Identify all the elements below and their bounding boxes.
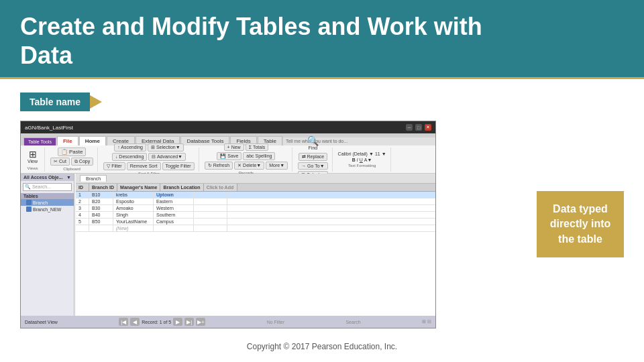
delete-btn[interactable]: ✕ Delete▼ [234,162,264,170]
col-header-manager: Manager's Name [117,184,160,191]
right-annotation: Data typed directly into the table [537,93,624,328]
ascending-btn[interactable]: ↑ Ascending [114,143,146,152]
replace-btn[interactable]: ⇄ Replace [299,153,328,161]
ribbon-content: ⊞ View Views 📋 Paste ✂ Cut ⧉ Copy [21,145,435,173]
record-nav: |◀ ◀ Record: 1 of 5 ▶ ▶| ▶+ [119,318,205,326]
nav-new-btn[interactable]: ▶+ [196,318,205,326]
table-row: 4 B40 Singh Southern [76,212,435,219]
view-btn[interactable]: ⊞ View [25,148,40,165]
find-btn[interactable]: 🔍 Find [305,135,321,152]
more-btn[interactable]: More▼ [266,162,288,170]
table-row: 5 B50 YourLastName Campus [76,219,435,225]
table-row: 1 B10 krebs Uptown [76,192,435,198]
ribbon-group-text: Calibri (Detail) ▼ 11 ▼ B I U A▼ Text Fo… [338,147,391,172]
access-screenshot: aGN/Bank_LastFirst ─ □ ✕ Table Tools Fil… [20,121,436,328]
tab-file[interactable]: File [57,136,78,145]
ribbon-group-find: 🔍 Find ⇄ Replace → Go To▼ ⊡ Select▼ Find [298,147,332,172]
table-tools-tab: Table Tools [23,137,56,145]
footer: Copyright © 2017 Pearson Education, Inc. [0,337,644,357]
table-icon [26,200,32,205]
copy-btn[interactable]: ⧉ Copy [71,158,93,166]
page-title: Create and Modify Tables and Work with D… [20,12,624,70]
table-name-label: Table name [20,93,90,111]
descending-btn[interactable]: ↓ Descending [112,153,147,161]
title-bar: aGN/Bank_LastFirst ─ □ ✕ [21,121,435,133]
ribbon: Table Tools File Home Create External Da… [21,133,435,174]
filter-btn[interactable]: ▽ Filter [103,162,125,170]
table-area: Branch ID Branch ID Manager's Name Branc… [76,174,435,316]
save-btn[interactable]: 💾 Save [217,152,241,160]
col-header-id: ID [76,184,89,191]
toggle-filter-btn[interactable]: Toggle Filter [162,162,195,170]
table-row: 2 B20 Esposito Eastern [76,198,435,205]
totals-btn[interactable]: Σ Totals [246,143,269,151]
nav-pane-header: All Access Obje... ▼ [21,174,74,181]
nav-search[interactable]: 🔍 Search... [23,183,72,191]
advanced-btn[interactable]: ⊟ Advanced▼ [148,153,186,161]
refresh-btn[interactable]: ↻ Refresh [205,162,233,170]
nav-pane: All Access Obje... ▼ 🔍 Search... Tables … [21,174,74,316]
col-header-click: Click to Add [204,184,237,191]
title-bar-controls: ─ □ ✕ [406,124,431,131]
table-row: 3 B30 Amoako Western [76,205,435,212]
nav-first-btn[interactable]: |◀ [119,318,128,326]
goto-btn[interactable]: → Go To▼ [298,162,327,170]
nav-item-branch[interactable]: Branch [21,199,74,206]
col-header-branch: Branch ID [89,184,117,191]
ribbon-group-sort: ↑ Ascending ⊞ Selection▼ ↓ Descending ⊟ … [103,147,199,172]
restore-btn[interactable]: □ [415,124,422,131]
close-btn[interactable]: ✕ [425,124,431,131]
left-section: Table name aGN/Bank_LastFirst ─ □ ✕ Tabl… [20,93,523,328]
table-row-new: (New) [76,225,435,232]
table-header-row: ID Branch ID Manager's Name Branch Locat… [76,184,435,192]
col-header-location: Branch Location [160,184,203,191]
minimize-btn[interactable]: ─ [406,124,413,131]
header-banner: Create and Modify Tables and Work with D… [0,0,644,79]
tab-database[interactable]: Database Tools [180,136,229,145]
ribbon-group-views: ⊞ View Views [25,147,45,172]
nav-last-btn[interactable]: ▶| [184,318,194,326]
new-btn[interactable]: + New [224,143,244,151]
table-tab-branch[interactable]: Branch [80,175,107,182]
nav-item-branch-new[interactable]: Branch_NEW [21,206,74,213]
remove-sort-btn[interactable]: Remove Sort [127,162,161,170]
cut-btn[interactable]: ✂ Cut [50,158,70,166]
spelling-btn[interactable]: abc Spelling [243,152,275,160]
table-title-bar: Branch [76,174,435,184]
nav-section-tables: Tables [21,193,74,199]
table-icon-2 [26,206,32,212]
paste-btn[interactable]: 📋 Paste [58,147,87,156]
status-bar: Datasheet View |◀ ◀ Record: 1 of 5 ▶ ▶| … [21,316,435,328]
ribbon-group-clipboard: 📋 Paste ✂ Cut ⧉ Copy Clipboard [50,147,98,172]
selection-btn[interactable]: ⊞ Selection▼ [148,143,184,152]
nav-prev-btn[interactable]: ◀ [130,318,140,326]
nav-next-btn[interactable]: ▶ [173,318,182,326]
tab-home[interactable]: Home [79,136,106,145]
ribbon-group-records: + New Σ Totals 💾 Save abc Spelling ↻ Ref… [205,147,292,172]
main-content: Table name aGN/Bank_LastFirst ─ □ ✕ Tabl… [0,79,644,335]
annotation-box: Data typed directly into the table [537,191,624,257]
